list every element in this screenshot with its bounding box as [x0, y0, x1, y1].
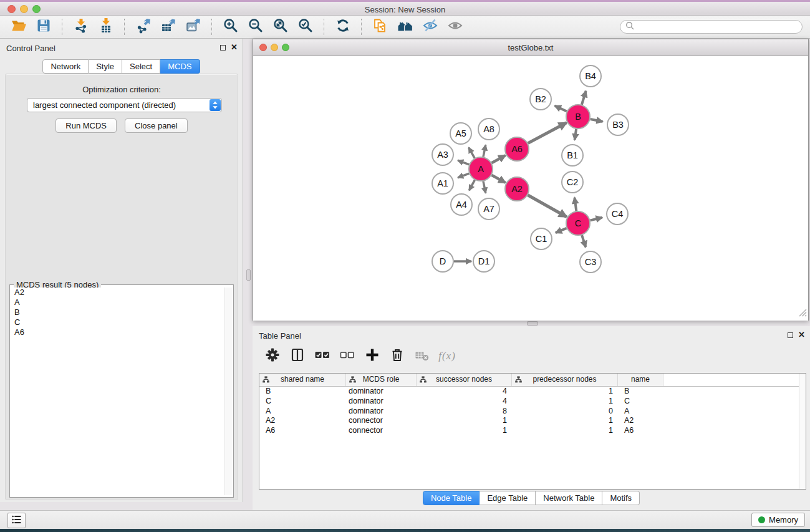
node-A1[interactable]: A1 [432, 173, 453, 194]
edge-B-B4[interactable] [582, 91, 586, 105]
task-history-button[interactable] [7, 513, 26, 528]
edge-A-A4[interactable] [469, 180, 475, 191]
create-column-button[interactable] [364, 347, 380, 365]
mcds-result-item[interactable]: B [11, 307, 225, 317]
search-field[interactable] [620, 20, 803, 34]
splitter-grip[interactable] [246, 269, 251, 281]
function-builder-button[interactable]: f(x) [439, 347, 455, 365]
node-A4[interactable]: A4 [451, 194, 472, 215]
node-B[interactable]: B [566, 105, 590, 128]
node-A2[interactable]: A2 [505, 177, 529, 201]
run-mcds-button[interactable]: Run MCDS [55, 118, 117, 133]
column-header-successor-nodes[interactable]: successor nodes [417, 374, 512, 386]
node-B3[interactable]: B3 [607, 114, 629, 135]
import-network-button[interactable] [70, 17, 92, 36]
node-A7[interactable]: A7 [478, 198, 499, 220]
tab-select[interactable]: Select [122, 59, 160, 74]
table-settings-button[interactable] [264, 347, 281, 365]
edge-A-A7[interactable] [483, 181, 486, 193]
zoom-selected-button[interactable] [295, 17, 316, 36]
edge-B-B2[interactable] [555, 106, 567, 112]
edge-A-A8[interactable] [483, 145, 486, 157]
save-session-button[interactable] [33, 17, 54, 36]
edge-B-B1[interactable] [575, 129, 577, 140]
column-header-shared-name[interactable]: shared name [259, 374, 346, 386]
node-C3[interactable]: C3 [580, 251, 601, 273]
deselect-all-button[interactable] [339, 347, 355, 365]
open-session-button[interactable] [8, 17, 29, 36]
zoom-fit-button[interactable] [270, 17, 291, 36]
float-panel-icon[interactable] [220, 45, 226, 51]
search-input[interactable] [637, 22, 802, 32]
memory-button[interactable]: Memory [751, 513, 805, 527]
close-panel-button[interactable]: Close panel [125, 118, 188, 133]
show-columns-button[interactable] [289, 347, 306, 365]
tab-style[interactable]: Style [89, 59, 122, 74]
edge-C-C1[interactable] [556, 228, 567, 233]
tab-mcds[interactable]: MCDS [160, 59, 200, 74]
show-details-button[interactable] [445, 17, 466, 36]
node-D1[interactable]: D1 [473, 251, 494, 272]
edge-A6-B[interactable] [528, 123, 567, 143]
import-table-button[interactable] [95, 17, 117, 36]
node-B1[interactable]: B1 [562, 145, 583, 166]
home-views-button[interactable] [395, 17, 416, 36]
resize-grip-icon[interactable] [798, 307, 807, 319]
node-B4[interactable]: B4 [580, 65, 601, 87]
delete-column-button[interactable] [389, 347, 405, 365]
tab-network-table[interactable]: Network Table [536, 491, 602, 505]
node-D[interactable]: D [432, 251, 453, 272]
zoom-in-button[interactable] [220, 17, 241, 36]
refresh-button[interactable] [332, 17, 354, 36]
mcds-list-scrollbar[interactable] [224, 288, 232, 495]
vertical-splitter[interactable] [244, 39, 253, 532]
mcds-result-item[interactable]: A6 [11, 327, 225, 337]
close-panel-icon[interactable]: ✕ [231, 44, 238, 51]
mcds-result-list[interactable]: A2ABCA6 [11, 288, 225, 495]
table-row[interactable]: A2connector11A2 [259, 416, 806, 426]
edge-A-A2[interactable] [492, 175, 506, 183]
edge-C-C4[interactable] [591, 218, 602, 221]
horizontal-splitter-grip[interactable] [527, 321, 538, 326]
node-A[interactable]: A [469, 157, 493, 181]
delete-table-button[interactable] [414, 347, 430, 365]
edge-C-C3[interactable] [582, 235, 586, 247]
table-row[interactable]: Cdominator41C [259, 397, 806, 407]
node-A8[interactable]: A8 [478, 118, 499, 140]
export-network-button[interactable] [133, 17, 154, 36]
mcds-result-item[interactable]: A2 [11, 288, 225, 297]
table-row[interactable]: Adominator80A [259, 407, 806, 417]
network-canvas[interactable]: AA1A2A3A4A5A6A7A8BB1B2B3B4CC1C2C3C4DD1 [253, 56, 808, 321]
float-panel-icon[interactable] [788, 332, 793, 338]
edge-B-B3[interactable] [591, 119, 603, 122]
tab-motifs[interactable]: Motifs [602, 491, 640, 505]
edge-A-A3[interactable] [458, 160, 469, 165]
criterion-dropdown[interactable]: largest connected component (directed) [27, 98, 222, 112]
copy-network-button[interactable] [370, 17, 391, 36]
node-B2[interactable]: B2 [530, 89, 551, 110]
node-A6[interactable]: A6 [505, 137, 529, 161]
table-scrollbar[interactable] [799, 374, 806, 489]
table-row[interactable]: A6connector11A6 [259, 426, 806, 436]
mcds-result-item[interactable]: A [11, 297, 225, 307]
tab-edge-table[interactable]: Edge Table [480, 491, 536, 505]
column-header-MCDS-role[interactable]: MCDS role [346, 374, 417, 386]
edge-A2-C[interactable] [528, 195, 566, 217]
export-table-button[interactable] [158, 17, 179, 36]
tab-network[interactable]: Network [42, 59, 89, 74]
node-C2[interactable]: C2 [562, 172, 583, 193]
table-row[interactable]: Bdominator41B [259, 387, 806, 397]
edge-C-C2[interactable] [574, 198, 576, 211]
export-image-button[interactable] [183, 17, 204, 36]
hide-details-button[interactable] [420, 17, 441, 36]
edge-A-A5[interactable] [469, 148, 475, 158]
network-window-title-bar[interactable]: testGlobe.txt [253, 39, 808, 56]
node-C1[interactable]: C1 [531, 228, 552, 249]
mcds-result-item[interactable]: C [11, 317, 225, 327]
column-header-name[interactable]: name [618, 374, 663, 386]
edge-A-A1[interactable] [458, 173, 469, 178]
node-A3[interactable]: A3 [432, 144, 453, 165]
zoom-out-button[interactable] [245, 17, 266, 36]
node-C[interactable]: C [566, 211, 590, 235]
select-all-button[interactable] [314, 347, 330, 365]
